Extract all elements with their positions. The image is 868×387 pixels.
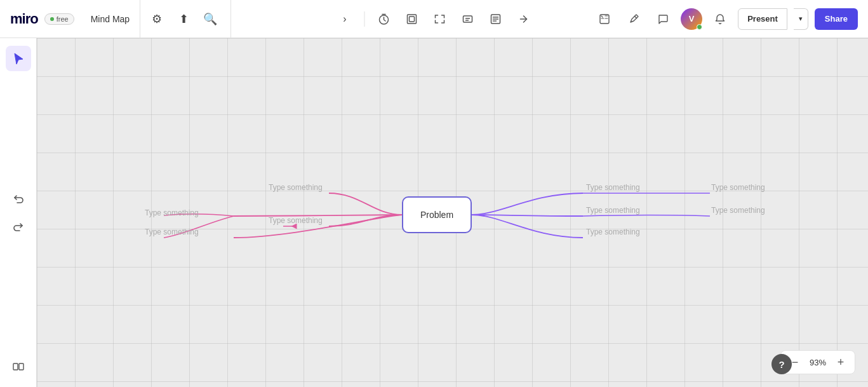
toolbar: miro free Mind Map ⚙ ⬆ 🔍 › (0, 0, 868, 38)
center-node-label: Problem (420, 210, 453, 220)
collapse-panel-button[interactable]: › (333, 8, 356, 31)
online-dot (50, 17, 54, 21)
share-button[interactable]: Share (815, 8, 858, 30)
timer-button[interactable] (372, 8, 395, 31)
canvas[interactable]: Problem Type something Type something Ty… (37, 38, 868, 387)
search-button[interactable]: 🔍 (200, 9, 220, 29)
comment-button[interactable] (651, 8, 674, 31)
undo-button[interactable] (6, 186, 31, 212)
branch-label-l1: Type something (269, 183, 323, 192)
center-separator (364, 11, 364, 27)
present-dropdown-button[interactable]: ▾ (794, 8, 808, 30)
branch-label-r2: Type something (711, 183, 765, 192)
avatar-online-indicator (697, 24, 702, 30)
branch-label-r1: Type something (586, 183, 640, 192)
fit-screen-button[interactable] (428, 8, 451, 31)
svg-rect-6 (13, 363, 18, 370)
redo-button[interactable] (6, 214, 31, 240)
cards-button[interactable] (456, 8, 479, 31)
settings-button[interactable]: ⚙ (147, 9, 167, 29)
svg-rect-2 (409, 17, 414, 22)
cursor-button[interactable] (6, 46, 31, 71)
toolbar-left: miro free Mind Map ⚙ ⬆ 🔍 (0, 0, 231, 37)
left-sidebar (0, 38, 37, 387)
pen-tool-button[interactable] (622, 8, 645, 31)
avatar-initial: V (689, 14, 695, 24)
svg-rect-7 (19, 363, 23, 370)
board-name: Mind Map (81, 0, 140, 37)
reactions-button[interactable] (593, 8, 616, 31)
center-node[interactable]: Problem (402, 196, 472, 233)
present-button[interactable]: Present (738, 8, 787, 30)
branch-label-r5: Type something (586, 227, 640, 236)
branch-label-r4: Type something (711, 206, 765, 215)
branch-label-l2: Type something (145, 208, 199, 217)
notes-button[interactable] (484, 8, 507, 31)
svg-rect-3 (463, 16, 472, 22)
frames-panel-button[interactable] (6, 354, 31, 379)
zoom-in-button[interactable]: + (833, 355, 848, 370)
more-button[interactable] (512, 8, 535, 31)
free-label: free (57, 15, 69, 23)
branch-label-l4: Type something (145, 227, 199, 236)
toolbar-center: › (333, 8, 535, 31)
avatar-button[interactable]: V (681, 8, 702, 30)
miro-logo: miro (10, 11, 38, 27)
frames-button[interactable] (400, 8, 423, 31)
upload-button[interactable]: ⬆ (173, 9, 194, 29)
zoom-level: 93% (806, 358, 829, 367)
svg-rect-1 (407, 15, 416, 24)
notification-button[interactable] (709, 8, 731, 31)
toolbar-right: V Present ▾ Share (583, 8, 868, 31)
branch-label-r3: Type something (586, 206, 640, 215)
free-badge: free (44, 13, 74, 25)
help-button[interactable]: ? (771, 354, 792, 374)
branch-label-l3: Type something (269, 216, 323, 225)
